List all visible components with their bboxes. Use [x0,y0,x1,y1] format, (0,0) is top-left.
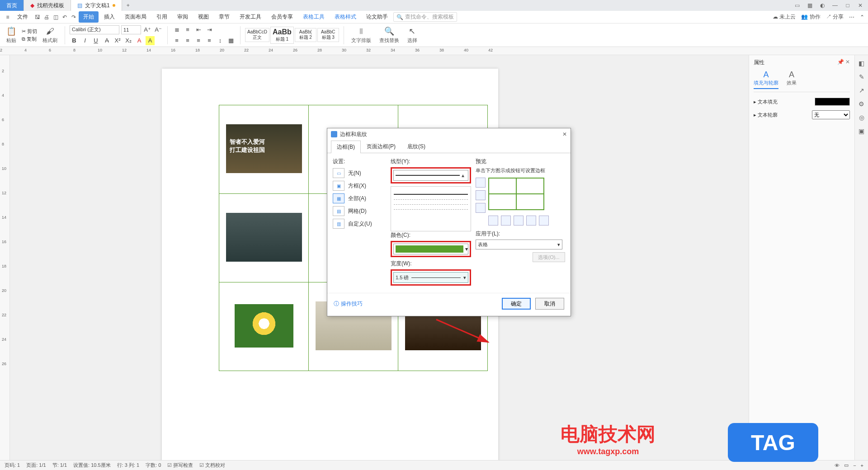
border-vmid-btn[interactable] [514,216,524,226]
menu-thesis[interactable]: 论文助手 [362,11,392,23]
style-gallery[interactable]: AaBbCcD正文 AaBb标题 1 AaBb(标题 2 AaBbC标题 3 [245,27,339,44]
close-icon[interactable]: ✕ [856,2,864,9]
border-mid-btn[interactable] [476,190,486,200]
user-icon[interactable]: ◐ [818,2,826,9]
menu-view[interactable]: 视图 [193,11,213,23]
tool-icon[interactable]: ◧ [859,60,864,67]
bold-icon[interactable]: B [70,36,79,45]
zoom-in-icon[interactable]: + [861,463,863,468]
indent-inc-icon[interactable]: ⇥ [205,25,214,34]
align-justify-icon[interactable]: ≡ [205,36,214,45]
status-spell[interactable]: ☑ 拼写检查 [167,462,193,469]
zoom-out-icon[interactable]: − [853,463,856,468]
print-icon[interactable]: 🖨 [42,14,51,20]
numbering-icon[interactable]: ≡ [183,25,192,34]
fill-swatch[interactable] [815,98,850,106]
grid-icon[interactable]: ▦ [806,2,814,9]
cloud-status[interactable]: ☁ 未上云 [773,13,796,21]
bullets-icon[interactable]: ≣ [172,25,181,34]
shrink-font-icon[interactable]: A⁻ [154,25,163,34]
menu-table-style[interactable]: 表格样式 [330,11,361,23]
setting-all[interactable]: ▦全部(A) [333,193,386,203]
border-left-btn[interactable] [501,216,511,226]
layout-icon[interactable]: ▭ [793,2,801,9]
tab-document[interactable]: ▤文字文稿1 [71,0,122,11]
copy-button[interactable]: ⧉ 复制 [22,36,37,42]
share-button[interactable]: ↗ 分享 [826,13,844,21]
tool-icon[interactable]: ↗ [859,87,864,94]
setting-box[interactable]: ▣方框(X) [333,181,386,191]
shading-icon[interactable]: ▦ [226,36,236,45]
status-pages[interactable]: 页面: 1/1 [26,462,46,469]
menu-layout[interactable]: 页面布局 [120,11,151,23]
width-select[interactable]: 1.5 磅▾ [393,272,468,283]
select-group[interactable]: ↖选择 [405,26,420,44]
coop-button[interactable]: 👥 协作 [801,13,820,21]
align-left-icon[interactable]: ≡ [172,36,181,45]
save-icon[interactable]: 🖫 [33,14,42,20]
paste-group[interactable]: 📋粘贴 [4,26,19,44]
view-mode-icon[interactable]: ▭ [844,462,849,468]
tool-icon[interactable]: ▣ [859,127,864,135]
format-painter[interactable]: 🖌格式刷 [40,27,60,44]
menu-section[interactable]: 章节 [214,11,234,23]
tool-icon[interactable]: ✎ [859,73,864,80]
status-chars[interactable]: 字数: 0 [146,462,161,469]
menu-icon[interactable]: ≡ [4,14,12,20]
command-search[interactable]: 🔍查找命令、搜索模板 [393,12,457,22]
tab-shading[interactable]: 底纹(S) [401,140,431,153]
apply-select[interactable]: 表格▾ [476,240,562,249]
redo-icon[interactable]: ↷ [70,14,78,20]
new-tab-button[interactable]: + [122,0,134,11]
tab-templates[interactable]: ◆找稻壳模板 [24,0,71,11]
tool-icon[interactable]: ⚙ [859,100,864,108]
find-replace[interactable]: 🔍查找替换 [377,26,402,44]
menu-review[interactable]: 审阅 [173,11,193,23]
maximize-icon[interactable]: □ [844,2,852,9]
undo-icon[interactable]: ↶ [61,14,69,20]
menu-dev[interactable]: 开发工具 [235,11,266,23]
row-text-fill[interactable]: ▸ 文本填充 [754,98,850,106]
preview-icon[interactable]: ◫ [52,14,60,20]
tab-fill-outline[interactable]: A填充与轮廓 [754,70,778,89]
super-icon[interactable]: X² [113,36,122,45]
cut-button[interactable]: ✂ 剪切 [22,28,37,35]
tab-border[interactable]: 边框(B) [331,141,361,153]
cancel-button[interactable]: 取消 [535,298,564,310]
linetype-list[interactable] [391,186,471,231]
border-diag1-btn[interactable] [488,216,498,226]
ok-button[interactable]: 确定 [502,298,531,310]
font-select[interactable]: Calibri (正文) [70,25,119,34]
menu-table-tools[interactable]: 表格工具 [298,11,329,23]
size-select[interactable]: 11 [121,25,141,34]
status-page[interactable]: 页码: 1 [5,462,20,469]
row-text-outline[interactable]: ▸ 文本轮廓 无 [754,110,850,119]
sub-icon[interactable]: X₂ [124,36,133,45]
tab-home[interactable]: 首页 [0,0,24,11]
align-center-icon[interactable]: ≡ [183,36,192,45]
border-right-btn[interactable] [526,216,536,226]
menu-file[interactable]: 文件 [13,11,33,23]
outline-select[interactable]: 无 [812,110,850,119]
highlight-icon[interactable]: A [146,36,155,45]
status-section[interactable]: 节: 1/1 [52,462,67,469]
indent-dec-icon[interactable]: ⇤ [194,25,203,34]
border-top-btn[interactable] [476,178,486,188]
menu-insert[interactable]: 插入 [99,11,119,23]
tab-page-border[interactable]: 页面边框(P) [361,140,401,153]
view-icon[interactable]: 👁 [835,463,840,468]
tab-effect[interactable]: A效果 [787,70,797,89]
tool-icon[interactable]: ◎ [859,114,864,121]
menu-start[interactable]: 开始 [79,11,99,23]
setting-none[interactable]: ▭无(N) [333,168,386,178]
more-icon[interactable]: ⋯ [849,14,854,20]
text-layout[interactable]: ⫴文字排版 [349,27,374,44]
menu-ref[interactable]: 引用 [152,11,172,23]
color-select[interactable]: ▾ [393,244,468,254]
strike-icon[interactable]: A̶ [102,36,111,45]
dialog-close-icon[interactable]: ✕ [562,131,567,137]
chevron-icon[interactable]: ⌃ [860,14,864,20]
menu-vip[interactable]: 会员专享 [267,11,297,23]
setting-custom[interactable]: ▥自定义(U) [333,219,386,229]
border-bot-btn[interactable] [476,203,486,213]
